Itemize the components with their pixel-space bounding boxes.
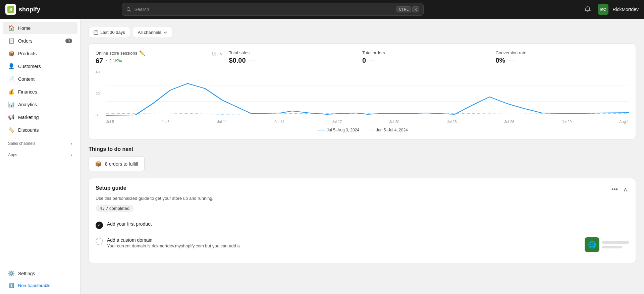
legend-previous-label: Jun 5–Jul 4, 2024 <box>376 128 408 132</box>
chart-legend: Jul 5–Aug 3, 2024 Jun 5–Jul 4, 2024 <box>96 128 629 132</box>
setup-guide-card: Setup guide ••• ∧ Use this personalized … <box>89 178 636 263</box>
settings-label: Settings <box>18 271 35 276</box>
finances-icon: 💰 <box>8 89 15 95</box>
task-done-icon <box>96 222 103 229</box>
orders-to-fulfill-button[interactable]: 📦 8 orders to fulfill <box>89 156 145 171</box>
task-add-product-label: Add your first product <box>107 221 152 227</box>
sidebar-item-discounts[interactable]: 🏷️ Discounts <box>3 124 77 136</box>
sidebar-item-label-discounts: Discounts <box>18 127 39 133</box>
total-orders-value: 0 <box>362 57 366 64</box>
setup-guide-collapse-button[interactable]: ∧ <box>622 185 629 194</box>
sidebar-item-finances[interactable]: 💰 Finances <box>3 85 77 98</box>
sidebar-item-content[interactable]: 📄 Content <box>3 73 77 85</box>
products-icon: 📦 <box>8 50 15 57</box>
search-bar[interactable]: Search CTRL K <box>122 3 424 16</box>
sidebar-nav: 🏠 Home 📋 Orders 9 📦 Products 👤 Customers… <box>0 19 80 264</box>
x-label-jul11: Jul 11 <box>217 120 227 124</box>
x-label-jul14: Jul 14 <box>275 120 284 124</box>
sidebar-item-non-transferable[interactable]: ℹ️ Non-transferable <box>3 280 77 291</box>
y-label-40: 40 <box>96 70 106 74</box>
domain-icon <box>585 237 599 252</box>
x-label-jul26: Jul 26 <box>504 120 514 124</box>
search-placeholder: Search <box>134 7 394 12</box>
topnav-right: MC RickMortdev <box>582 3 639 15</box>
notifications-button[interactable] <box>582 3 594 15</box>
user-avatar[interactable]: MC <box>598 4 608 15</box>
task-pending-icon <box>96 238 103 245</box>
y-label-0: 0 <box>96 113 106 117</box>
setup-guide-subtitle: Use this personalized guide to get your … <box>96 196 629 201</box>
task-custom-domain-label: Add a custom domain <box>107 237 581 243</box>
shopify-logo[interactable]: S shopify <box>5 4 40 15</box>
top-navigation: S shopify Search CTRL K MC RickMortdev <box>0 0 644 19</box>
setup-guide-more-button[interactable]: ••• <box>610 185 619 194</box>
domain-line-1 <box>602 241 629 244</box>
orders-icon: 📋 <box>8 38 15 44</box>
content-icon: 📄 <box>8 76 15 82</box>
sidebar-item-label-analytics: Analytics <box>18 102 37 107</box>
x-label-jul5: Jul 5 <box>106 120 114 124</box>
total-orders-dash: — <box>369 57 375 64</box>
sidebar-item-home[interactable]: 🏠 Home <box>3 22 77 34</box>
metric-sessions: Online store sessions ✏️ 67 ↑ 2.1K% ⊡ ∧ <box>96 50 229 65</box>
chart-x-labels: Jul 5 Jul 8 Jul 11 Jul 14 Jul 17 Jul 20 … <box>106 120 629 124</box>
x-label-jul20: Jul 20 <box>389 120 399 124</box>
date-range-label: Last 30 days <box>100 30 125 35</box>
orders-to-fulfill-label: 8 orders to fulfill <box>105 161 138 167</box>
sessions-change: ↑ 2.1K% <box>106 58 122 63</box>
edit-icon[interactable]: ✏️ <box>139 50 145 56</box>
sessions-value: 67 <box>96 57 103 65</box>
apps-header[interactable]: Apps › <box>3 149 77 159</box>
x-label-jul23: Jul 23 <box>447 120 457 124</box>
domain-lines <box>602 241 629 248</box>
metric-conversion-rate: Conversion rate 0% — <box>496 50 629 64</box>
channel-filter[interactable]: All channels <box>133 27 172 38</box>
sessions-label: Online store sessions <box>96 51 137 56</box>
shopify-logo-text: shopify <box>19 6 40 13</box>
sidebar-item-products[interactable]: 📦 Products <box>3 47 77 60</box>
ellipsis-icon: ••• <box>611 186 618 193</box>
sidebar-item-analytics[interactable]: 📊 Analytics <box>3 98 77 111</box>
y-label-20: 20 <box>96 92 106 96</box>
user-name: RickMortdev <box>612 7 639 12</box>
task-custom-domain[interactable]: Add a custom domain Your current domain … <box>96 233 629 256</box>
sidebar-item-label-marketing: Marketing <box>18 115 39 120</box>
legend-previous: Jun 5–Jul 4, 2024 <box>366 128 408 132</box>
chart-area: 40 20 0 <box>96 70 629 124</box>
sidebar-item-customers[interactable]: 👤 Customers <box>3 60 77 72</box>
info-icon: ℹ️ <box>8 283 15 288</box>
sidebar-item-label-finances: Finances <box>18 89 37 95</box>
analytics-card: Online store sessions ✏️ 67 ↑ 2.1K% ⊡ ∧ <box>89 43 636 139</box>
orders-badge: 9 <box>65 39 72 43</box>
ctrl-key: CTRL <box>396 6 411 12</box>
chevron-down-icon <box>163 31 167 35</box>
calendar-icon <box>94 30 98 35</box>
sidebar-item-marketing[interactable]: 📢 Marketing <box>3 111 77 123</box>
chart-y-labels: 40 20 0 <box>96 70 106 117</box>
analytics-metrics: Online store sessions ✏️ 67 ↑ 2.1K% ⊡ ∧ <box>96 50 629 65</box>
settings-icon: ⚙️ <box>8 270 15 277</box>
conversion-rate-dash: — <box>508 57 515 64</box>
total-sales-label: Total sales <box>229 50 250 55</box>
k-key: K <box>412 6 419 12</box>
collapse-chevron-icon: ∧ <box>623 186 628 193</box>
sales-channels-header[interactable]: Sales channels › <box>3 137 77 148</box>
svg-rect-4 <box>94 31 98 35</box>
marketing-icon: 📢 <box>8 114 15 120</box>
sidebar-item-orders[interactable]: 📋 Orders 9 <box>3 35 77 47</box>
sidebar-item-label-products: Products <box>18 51 37 56</box>
search-shortcut: CTRL K <box>396 6 419 12</box>
collapse-icon[interactable]: ∧ <box>219 51 222 56</box>
apps-label: Apps <box>8 153 17 157</box>
screenshot-icon[interactable]: ⊡ <box>212 50 216 57</box>
x-label-aug1: Aug 1 <box>619 120 629 124</box>
sidebar-item-settings[interactable]: ⚙️ Settings <box>3 267 77 280</box>
box-icon: 📦 <box>95 161 102 167</box>
svg-text:S: S <box>9 7 12 12</box>
date-range-filter[interactable]: Last 30 days <box>89 27 130 38</box>
setup-progress-badge: 4 / 7 completed <box>96 205 133 212</box>
total-sales-value: $0.00 <box>229 57 246 64</box>
things-to-do-title: Things to do next <box>89 146 636 152</box>
total-orders-label: Total orders <box>362 50 385 55</box>
non-transferable-label: Non-transferable <box>18 283 51 288</box>
